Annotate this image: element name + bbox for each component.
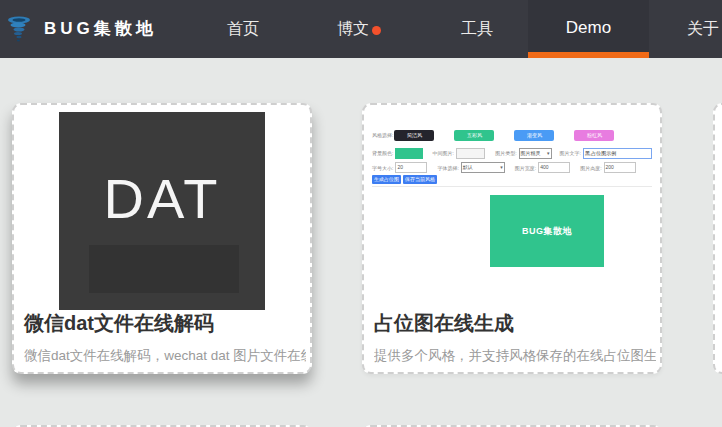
preview-options-row-2: 字号大小: 20 字体选择: 默认 ▾ 图片宽度: 400 图片高度: 200 <box>372 162 652 173</box>
nav-item-demo-active[interactable]: Demo <box>528 0 649 58</box>
nav-item-tools[interactable]: 工具 <box>461 0 493 58</box>
style-button-simple[interactable]: 简洁风 <box>394 130 434 141</box>
width-label: 图片宽度: <box>515 165 536 171</box>
chevron-down-icon: ▾ <box>500 163 503 172</box>
card-next-partial[interactable] <box>713 103 722 374</box>
preview-divider <box>372 186 652 187</box>
nav-item-home[interactable]: 首页 <box>227 0 259 58</box>
height-input[interactable]: 200 <box>604 162 636 173</box>
demo-cards-area: DAT 微信dat文件在线解码 微信dat文件在线解码，wechat dat 图… <box>0 58 722 427</box>
bg-color-swatch[interactable] <box>395 148 422 159</box>
card-wechat-dat-decoder[interactable]: DAT 微信dat文件在线解码 微信dat文件在线解码，wechat dat 图… <box>12 103 312 374</box>
height-label: 图片高度: <box>580 165 601 171</box>
nav-item-about[interactable]: 关于 <box>687 0 719 58</box>
font-select-value: 默认 <box>463 163 473 172</box>
preview-options-row-1: 背景颜色: 中间图片: 图片类型: 图片精灵 ▾ 图片文字: 黑,占位图示例 <box>372 147 652 159</box>
text-label: 图片文字: <box>560 150 581 156</box>
mid-image-input[interactable] <box>456 148 485 159</box>
font-size-input[interactable]: 20 <box>395 162 427 173</box>
style-button-gradient[interactable]: 渐变风 <box>514 130 554 141</box>
top-navbar: BUG集散地 首页 博文 工具 Demo 关于 <box>0 0 722 58</box>
card-placeholder-generator[interactable]: 风格选择: 简洁风 五彩风 渐变风 粉红风 背景颜色: 中间图片: 图片类型: … <box>362 103 662 374</box>
tornado-logo-icon[interactable] <box>7 16 31 43</box>
type-label: 图片类型: <box>495 150 516 156</box>
active-tab-underline <box>528 52 649 58</box>
preview-buttons-row: 生成占位图 保存当前风格 <box>372 175 652 184</box>
font-size-label: 字号大小: <box>372 165 393 171</box>
card-title[interactable]: 微信dat文件在线解码 <box>24 310 214 337</box>
card-description: 微信dat文件在线解码，wechat dat 图片文件在线解... <box>24 347 306 365</box>
font-label: 字体选择: <box>437 165 458 171</box>
card-description: 提供多个风格，并支持风格保存的在线占位图生成工具... <box>374 347 656 365</box>
card-title[interactable]: 占位图在线生成 <box>374 310 514 337</box>
bg-color-label: 背景颜色: <box>372 150 393 156</box>
type-select[interactable]: 图片精灵 ▾ <box>519 148 552 159</box>
dat-thumbnail-band <box>89 245 239 293</box>
nav-demo-label: Demo <box>528 0 649 56</box>
preview-style-row: 风格选择: 简洁风 五彩风 渐变风 粉红风 <box>372 129 652 141</box>
style-label: 风格选择: <box>372 132 393 138</box>
font-select[interactable]: 默认 ▾ <box>461 162 505 173</box>
save-style-button[interactable]: 保存当前风格 <box>403 175 437 184</box>
dat-thumbnail-text: DAT <box>59 166 265 231</box>
placeholder-preview-image: BUG集散地 <box>490 195 604 267</box>
type-select-value: 图片精灵 <box>521 149 541 158</box>
nav-item-blog[interactable]: 博文 <box>337 0 369 58</box>
placeholder-preview-text: BUG集散地 <box>522 225 572 238</box>
style-button-colorful[interactable]: 五彩风 <box>454 130 494 141</box>
generate-button[interactable]: 生成占位图 <box>372 175 401 184</box>
brand-title[interactable]: BUG集散地 <box>44 0 157 58</box>
blog-notification-dot-icon <box>372 26 381 35</box>
text-input[interactable]: 黑,占位图示例 <box>583 148 652 159</box>
chevron-down-icon: ▾ <box>547 149 550 158</box>
dat-thumbnail[interactable]: DAT <box>59 112 265 310</box>
width-input[interactable]: 400 <box>538 162 570 173</box>
mid-image-label: 中间图片: <box>433 150 454 156</box>
style-button-pink[interactable]: 粉红风 <box>574 130 614 141</box>
